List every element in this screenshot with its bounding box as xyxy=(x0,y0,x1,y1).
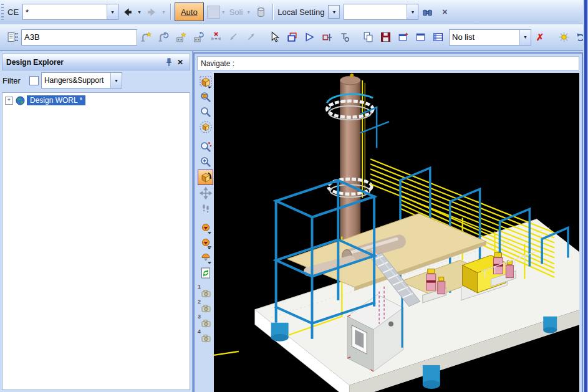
color-caret: ▼ xyxy=(221,10,226,14)
filter-combobox[interactable]: ▼ xyxy=(41,72,122,88)
view-toolbar: 1 2 3 4 xyxy=(197,73,214,392)
column-vessel xyxy=(327,74,389,240)
filter-checkbox[interactable] xyxy=(29,76,39,85)
solid-caret: ▼ xyxy=(246,10,251,14)
globe-icon xyxy=(16,96,25,105)
element-name-input[interactable] xyxy=(22,30,137,45)
clip-view-icon[interactable] xyxy=(198,251,213,265)
filter-input[interactable] xyxy=(42,73,110,88)
design-explorer-panel: Design Explorer ✕ Filter ▼ + Design WORL… xyxy=(0,51,193,392)
camera-2-icon[interactable]: 2 xyxy=(198,300,213,315)
zoom-window-icon[interactable] xyxy=(198,105,213,119)
close-icon[interactable]: ✕ xyxy=(175,57,186,67)
expand-icon[interactable]: + xyxy=(5,97,13,105)
chevron-down-icon[interactable]: ▼ xyxy=(407,4,418,19)
copy-icon[interactable] xyxy=(360,28,376,47)
ce-combobox[interactable]: ▼ xyxy=(22,4,118,20)
design-explorer-header[interactable]: Design Explorer ✕ xyxy=(2,54,190,70)
clear-search-button[interactable]: × xyxy=(436,2,453,21)
panel-title: Design Explorer xyxy=(6,58,64,67)
arrow-northeast-icon[interactable] xyxy=(243,28,259,47)
tree-item-label[interactable]: Design WORL * xyxy=(27,95,85,105)
view-limits-cube-icon[interactable] xyxy=(198,75,213,89)
arrow-southwest-icon[interactable] xyxy=(225,28,241,47)
create-dd-icon[interactable] xyxy=(173,28,189,47)
select-cursor-icon[interactable] xyxy=(266,28,282,47)
look-towards-icon[interactable] xyxy=(198,236,213,250)
modify-dd-icon[interactable] xyxy=(190,28,206,47)
separator xyxy=(170,4,171,20)
forward-history-caret[interactable]: ▼ xyxy=(161,10,166,14)
remove-list-button[interactable]: ✗ xyxy=(532,28,548,47)
pan-icon[interactable] xyxy=(198,186,213,200)
orbit-cube-icon[interactable] xyxy=(198,120,213,134)
ce-input[interactable] xyxy=(23,4,107,19)
main-toolbar: CE ▼ ▼ ▼ Auto ▼ Soli ▼ Local Setting ▼ ▼… xyxy=(0,0,588,24)
trim-model-icon[interactable] xyxy=(319,28,335,47)
refresh-view-icon[interactable] xyxy=(198,265,213,280)
filter-label: Filter xyxy=(2,76,21,85)
zoom-selection-icon[interactable] xyxy=(198,90,213,104)
3d-plant-model xyxy=(214,73,579,392)
navigate-back-button[interactable] xyxy=(119,2,135,21)
rotate-view-icon[interactable] xyxy=(198,170,213,185)
3d-viewport[interactable] xyxy=(214,73,579,392)
list-combobox[interactable]: ▼ xyxy=(449,29,531,45)
delete-support-icon[interactable] xyxy=(208,28,224,47)
disabled-color-button xyxy=(207,6,220,19)
navigate-title-bar[interactable]: Navigate : xyxy=(197,56,579,70)
explorer-tree[interactable]: + Design WORL * xyxy=(2,92,190,390)
model-box-icon[interactable] xyxy=(284,28,300,47)
axis-origin-icon[interactable] xyxy=(336,28,352,47)
navigate-forward-button[interactable] xyxy=(143,2,160,21)
chevron-down-icon[interactable]: ▼ xyxy=(519,30,531,45)
window-icon[interactable] xyxy=(412,28,428,47)
ce-label: CE xyxy=(7,7,19,17)
create-hanger-icon[interactable] xyxy=(138,28,154,47)
auto-button[interactable]: Auto xyxy=(175,2,204,21)
list-input[interactable] xyxy=(450,30,519,45)
tree-item-design-world[interactable]: + Design WORL * xyxy=(4,95,188,106)
play-direction-icon[interactable] xyxy=(301,28,317,47)
separator xyxy=(272,4,273,20)
list-table-icon[interactable] xyxy=(430,28,446,47)
find-binoculars-icon[interactable] xyxy=(419,2,435,21)
camera-1-icon[interactable]: 1 xyxy=(198,285,213,300)
element-list-icon[interactable] xyxy=(4,28,21,47)
solid-label: Soli xyxy=(229,7,243,17)
navigate-panel: Navigate : 1 2 3 4 xyxy=(193,52,583,392)
save-floppy-icon[interactable] xyxy=(377,28,393,47)
camera-4-icon[interactable]: 4 xyxy=(198,330,213,345)
hanger-toolbar: ▼ ✗ xyxy=(0,24,588,51)
toolbar-grip[interactable] xyxy=(1,4,4,20)
look-down-icon[interactable] xyxy=(198,221,213,235)
new-window-icon[interactable] xyxy=(395,28,411,47)
highlight-sun-icon[interactable] xyxy=(556,28,572,47)
modify-hanger-icon[interactable] xyxy=(155,28,171,47)
local-setting-label[interactable]: Local Setting xyxy=(277,7,324,17)
setting-search-input[interactable] xyxy=(344,4,407,19)
element-name-box[interactable] xyxy=(21,29,137,45)
back-history-caret[interactable]: ▼ xyxy=(137,10,142,14)
database-cylinder-icon[interactable] xyxy=(253,2,269,21)
walk-icon[interactable] xyxy=(198,201,213,215)
setting-search-combobox[interactable]: ▼ xyxy=(344,4,418,20)
chevron-down-icon[interactable]: ▼ xyxy=(107,4,118,19)
chevron-down-icon[interactable]: ▼ xyxy=(110,73,122,88)
camera-3-icon[interactable]: 3 xyxy=(198,315,213,330)
local-setting-caret[interactable]: ▼ xyxy=(328,5,340,19)
window-edge xyxy=(583,0,588,392)
zoom-in-out-icon[interactable] xyxy=(198,155,213,169)
navigate-title: Navigate : xyxy=(201,59,234,68)
zoom-pointer-icon[interactable] xyxy=(198,140,213,154)
pin-icon[interactable] xyxy=(163,57,175,67)
